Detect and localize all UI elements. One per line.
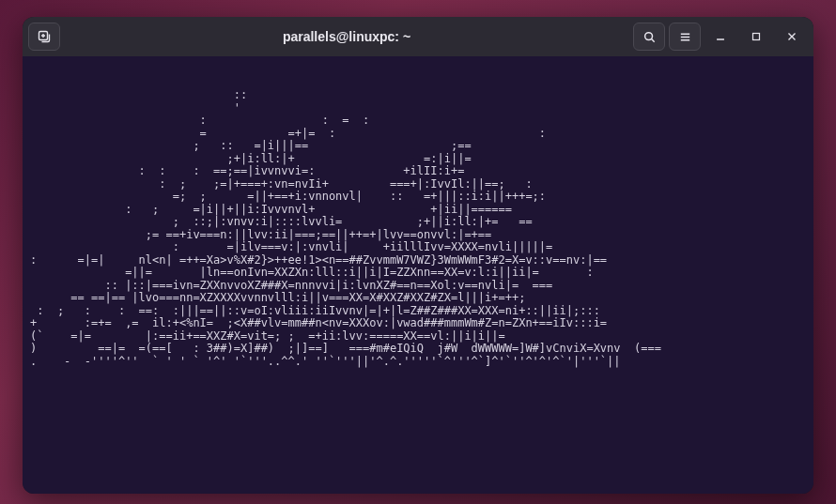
close-icon <box>785 30 798 43</box>
window-title: parallels@linuxpc: ~ <box>60 29 633 44</box>
terminal-body[interactable]: :: ' : : = : = =+|= : : ; :: =|i| <box>23 56 813 494</box>
minimize-icon <box>714 30 727 43</box>
svg-point-1 <box>644 32 652 39</box>
search-button[interactable] <box>633 23 665 51</box>
svg-rect-2 <box>753 34 760 40</box>
maximize-button[interactable] <box>740 23 772 51</box>
new-tab-button[interactable] <box>28 23 60 51</box>
maximize-icon <box>750 30 763 43</box>
search-icon <box>642 30 657 44</box>
menu-button[interactable] <box>669 23 701 51</box>
terminal-window: parallels@linuxpc: ~ <box>23 17 813 494</box>
close-button[interactable] <box>776 23 808 51</box>
new-tab-icon <box>37 29 52 44</box>
titlebar-left <box>28 23 60 51</box>
titlebar: parallels@linuxpc: ~ <box>23 17 813 56</box>
terminal-output: :: ' : : = : = =+|= : : ; :: =|i| <box>30 64 806 368</box>
titlebar-right <box>633 23 808 51</box>
minimize-button[interactable] <box>704 23 736 51</box>
hamburger-menu-icon <box>678 30 692 44</box>
